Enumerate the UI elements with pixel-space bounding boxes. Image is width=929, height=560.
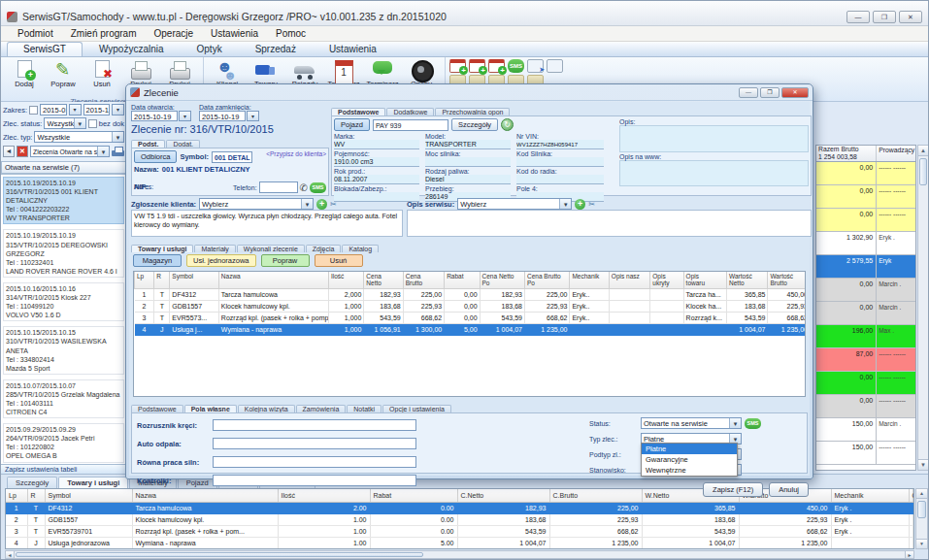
module-tab-optyk[interactable]: Optyk (181, 42, 239, 56)
expand-opis-serwisu-icon[interactable]: ✂ (588, 199, 595, 210)
custom-field-input[interactable] (213, 475, 416, 486)
add-opis-serwisu-icon[interactable]: + (575, 199, 585, 210)
order-list-item[interactable]: 2015.09.29/2015.09.29 264/VTR/09/2015 Ja… (3, 423, 124, 462)
dialog-bottom-tab-podstawowe[interactable]: Podstawowe (131, 405, 183, 412)
szczegoly-button[interactable]: Szczegóły (451, 118, 498, 131)
column-header[interactable]: C.Netto (457, 489, 549, 502)
column-header[interactable]: R (154, 272, 170, 288)
menu-item-operacje[interactable]: Operacje (146, 28, 203, 39)
column-header[interactable]: Lp (135, 272, 154, 288)
bottom-item-row[interactable]: 4JUsługa jednorazowaWymiana - naprawa1.0… (6, 537, 913, 548)
phone-icon[interactable]: ✆ (300, 182, 308, 193)
order-list-item[interactable]: 2015.10.16/2015.10.16 314/VTR/10/2015 Ki… (3, 282, 124, 321)
column-header[interactable]: Symbol (170, 272, 219, 288)
zgloszenie-combo[interactable]: Wybierz (199, 198, 314, 210)
opis-serwisu-combo[interactable]: Wybierz (457, 198, 572, 210)
dialog-minimize-button[interactable]: — (739, 87, 758, 98)
summary-row[interactable]: 0,00------ ------ (816, 395, 915, 418)
status-sms-icon[interactable]: SMS (745, 418, 761, 429)
content-tab-wykonali-zlecenie[interactable]: Wykonali zlecenie (237, 245, 305, 252)
dialog-bottom-tab-zamówienia[interactable]: Zamówienia (296, 405, 347, 412)
column-header[interactable]: Ilość (328, 272, 363, 288)
dialog-bottom-tab-pola-własne[interactable]: Pola własne (184, 405, 237, 412)
custom-field-input[interactable] (213, 419, 416, 431)
action-button-usuń[interactable]: Usuń (315, 254, 363, 267)
column-header[interactable]: Mechanik (570, 272, 609, 288)
summary-row[interactable]: 0,00Marcin . (816, 302, 915, 325)
client-tab-podst-[interactable]: Podst. (131, 140, 165, 148)
close-button[interactable]: ✕ (899, 11, 922, 23)
toolbar-button-popraw[interactable]: Popraw (44, 58, 83, 96)
data-zamkniecia-picker-icon[interactable]: ▾ (247, 111, 259, 121)
date-to-field[interactable]: 2015-12-31 (83, 104, 110, 115)
data-zamkniecia-field[interactable]: 2015-10-19 (199, 111, 246, 121)
column-header[interactable]: Opis towaru (683, 272, 726, 288)
cal-plus-icon[interactable] (488, 59, 505, 73)
dialog-close-button[interactable]: ✕ (781, 87, 809, 98)
sms-small-icon[interactable]: SMS (508, 59, 524, 73)
summary-row[interactable]: 150,00------ ------ (816, 442, 915, 465)
zakres-checkbox[interactable] (29, 106, 38, 115)
bottom-tab-szczegóły[interactable]: Szczegóły (7, 477, 57, 488)
column-header[interactable]: Cena Brutto Po (524, 272, 569, 288)
minimize-button[interactable]: — (846, 11, 870, 23)
action-button-popraw[interactable]: Popraw (261, 254, 310, 267)
order-list-item[interactable]: 2015.10.15/2015.10.15 310/VTR/10/2015 WA… (3, 326, 124, 374)
bottom-item-row[interactable]: 3TEVR55739701Rozrząd kpl. (pasek + rolka… (6, 525, 913, 537)
menu-item-zmień-program[interactable]: Zmień program (62, 28, 146, 39)
sms-icon[interactable]: SMS (310, 182, 326, 193)
save-table-settings-button[interactable]: Zapisz ustawienia tabeli (1, 464, 126, 474)
window-arrow-icon[interactable] (527, 59, 544, 73)
toolbar-button-dodaj[interactable]: Dodaj (5, 58, 44, 96)
client-tab-dodat-[interactable]: Dodat. (166, 140, 200, 148)
summary-row[interactable]: 2 579,55Eryk (816, 255, 915, 279)
dialog-maximize-button[interactable]: ❐ (760, 87, 780, 98)
bottom-item-row[interactable]: 1TDF4312Tarcza hamulcowa2.000.00182,9322… (6, 502, 913, 513)
column-header[interactable]: Opis ukryty (650, 272, 683, 288)
opis-www-textarea[interactable] (619, 160, 809, 186)
column-header[interactable]: Rabat (445, 272, 480, 288)
bez-dok-checkbox[interactable] (88, 119, 97, 128)
dialog-bottom-tab-notatki[interactable]: Notatki (347, 405, 382, 412)
expand-zgloszenie-icon[interactable]: ✂ (330, 199, 337, 210)
content-tab-towary-i-usługi[interactable]: Towary i usługi (131, 245, 193, 252)
column-header[interactable]: Nazwa (218, 272, 328, 288)
action-button-magazyn[interactable]: Magazyn (133, 254, 182, 267)
menu-item-ustawienia[interactable]: Ustawienia (202, 28, 267, 39)
order-item-row[interactable]: 2TGDB1557Klocek hamulcowy kpl.1,000183,6… (135, 300, 807, 312)
column-header[interactable]: Wartość Netto (727, 272, 768, 288)
summary-row[interactable]: 150,00Marcin . (816, 418, 915, 442)
summary-row[interactable]: 0,00Marcin . (816, 279, 915, 302)
column-header[interactable]: Cena Brutto (403, 272, 444, 288)
window-icon[interactable] (547, 59, 563, 73)
summary-row[interactable]: 0,00------ ------ (816, 372, 915, 395)
dialog-bottom-tab-kolejna-wizyta[interactable]: Kolejna wizyta (238, 405, 295, 412)
data-otwarcia-picker-icon[interactable]: ▾ (179, 111, 191, 121)
print-list-icon[interactable] (112, 147, 124, 157)
column-header[interactable]: R (27, 489, 45, 502)
date-to-picker-icon[interactable]: ▾ (112, 104, 124, 115)
pojazd-field[interactable]: PAY 939 (373, 119, 448, 131)
summary-row[interactable]: 87,00------ ------ (816, 348, 915, 372)
data-otwarcia-field[interactable]: 2015-10-19 (131, 111, 178, 121)
typ-option-wewnętrzne[interactable]: Wewnętrzne (642, 465, 737, 476)
menu-item-podmiot[interactable]: Podmiot (9, 28, 62, 39)
nav-close-icon[interactable]: ✕ (17, 146, 28, 157)
maximize-button[interactable]: ❐ (873, 11, 896, 23)
column-header[interactable]: Mechanik (831, 489, 909, 502)
column-header[interactable]: Lp (6, 489, 27, 502)
przypisz-link[interactable]: <Przypisz do klienta> (266, 150, 326, 157)
order-list-item[interactable]: 2015.10.07/2015.10.07 285/VTR/10/2015 Gr… (3, 379, 124, 418)
bottom-tab-towary-i-usługi[interactable]: Towary i usługi (58, 477, 128, 488)
zgloszenie-textarea[interactable]: VW T5 1.9 tdi - uszczelka głowicy. Wyrzu… (131, 210, 403, 237)
custom-field-input[interactable] (213, 456, 416, 468)
bottom-table-hscrollbar[interactable]: ◄ ► (5, 550, 914, 559)
cancel-button[interactable]: Anuluj (769, 482, 809, 497)
content-tab-materiały[interactable]: Materiały (194, 245, 235, 252)
content-tab-katalog[interactable]: Katalog (342, 245, 379, 252)
vehicle-tab-dodatkowe[interactable]: Dodatkowe (386, 108, 434, 115)
order-item-row[interactable]: 4JUsługa j...Wymiana - naprawa1,0001 056… (135, 323, 807, 335)
telefon-field[interactable] (259, 181, 298, 193)
typ-option-gwarancyjne[interactable]: Gwarancyjne (642, 454, 737, 465)
date-from-picker-icon[interactable]: ▾ (69, 104, 82, 115)
